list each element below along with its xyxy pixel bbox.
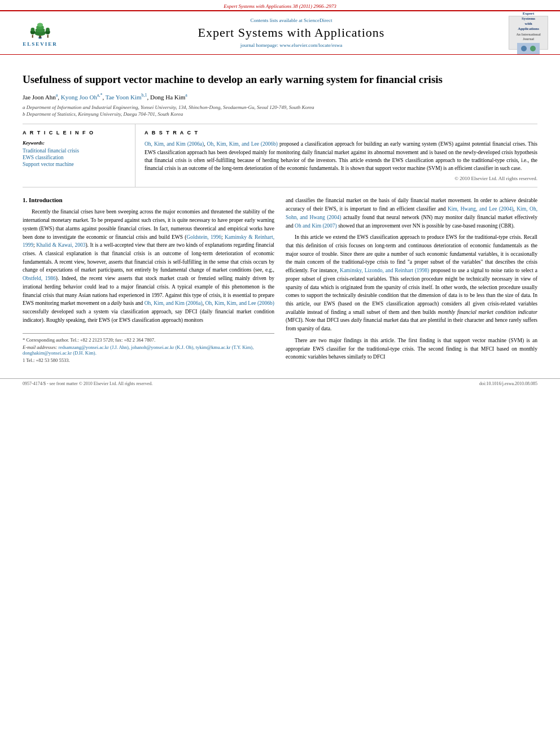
elsevier-tree-icon [26, 19, 54, 40]
author-tykim: Tae Yoon Kim [106, 93, 142, 100]
elsevier-logo-area: ELSEVIER [9, 18, 77, 49]
footnote-corresponding: * Corresponding author. Tel.: +82 2 2123… [23, 337, 274, 343]
journal-top-bar: Expert Systems with Applications 38 (201… [0, 0, 560, 10]
ref-kim-hwang-lee: Kim, Hwang, and Lee (2004) [448, 206, 513, 212]
article-meta-section: A R T I C L E I N F O Keywords: Traditio… [23, 124, 537, 187]
journal-title: Expert Systems with Applications [82, 25, 500, 40]
article-info-panel: A R T I C L E I N F O Keywords: Traditio… [23, 124, 135, 187]
footer-bar: 0957-4174/$ - see front matter © 2010 El… [0, 378, 560, 388]
svg-point-8 [31, 28, 35, 32]
copyright-notice: © 2010 Elsevier Ltd. All rights reserved… [145, 176, 537, 181]
svg-point-14 [530, 46, 536, 51]
ref-goldstein: Goldstein, 1996 [186, 234, 221, 240]
affiliations: a Department of Information and Industri… [23, 104, 537, 117]
abstract-ref2: Oh, Kim, Kim, and Lee (2006b) [207, 141, 278, 147]
journal-cover-area: ExpertSystemswithApplications An Interna… [506, 16, 551, 50]
right-para2: In this article we extend the EWS classi… [286, 233, 537, 333]
article-info-label: A R T I C L E I N F O [23, 130, 128, 136]
email-addresses: redsamzang@yonsei.ac.kr (J.J. Ahn), joha… [23, 344, 253, 356]
ref-obstfeld: Obstfeld, 1986 [23, 276, 56, 281]
footer-doi: doi:10.1016/j.eswa.2010.08.085 [479, 381, 537, 386]
svg-rect-9 [47, 35, 49, 38]
abstract-text: Oh, Kim, and Kim (2006a), Oh, Kim, Kim, … [145, 140, 537, 172]
svg-rect-6 [32, 35, 33, 38]
main-content: Usefulness of support vector machine to … [0, 55, 560, 374]
intro-text-left: Recently the financial crises have been … [23, 208, 274, 324]
keyword-2: EWS classification [23, 155, 128, 160]
footnote-1: 1 Tel.: +82 53 580 5533. [23, 357, 274, 363]
abstract-panel: A B S T R A C T Oh, Kim, and Kim (2006a)… [135, 124, 537, 187]
body-columns: 1. Introduction Recently the financial c… [23, 196, 537, 365]
journal-cover-thumbnail: ExpertSystemswithApplications An Interna… [509, 16, 548, 50]
article-title: Usefulness of support vector machine to … [23, 73, 537, 87]
keywords-title: Keywords: [23, 140, 128, 146]
ref-khalid-kawai: Khalid & Kawai, 2003 [36, 242, 85, 248]
intro-heading: 1. Introduction [23, 196, 274, 203]
journal-citation: Expert Systems with Applications 38 (201… [224, 3, 336, 9]
intro-text-right: and classifies the financial market on t… [286, 196, 537, 361]
journal-header: ELSEVIER Contents lists available at Sci… [0, 10, 560, 55]
author-jjahn: Jae Joon Ahn [23, 93, 56, 100]
svg-rect-12 [517, 43, 540, 54]
ref-oh-kim-2006a: Oh, Kim, and Kim (2006a) [145, 300, 203, 306]
svg-point-13 [521, 46, 527, 51]
ref-oh-kim-2007: Oh and Kim (2007) [295, 223, 337, 229]
ref-kaminsky-lizondo: Kaminsky, Lizondo, and Reinhart (1998) [340, 268, 429, 273]
svg-point-5 [37, 23, 43, 27]
elsevier-wordmark: ELSEVIER [23, 41, 58, 47]
author-kjoh: Kyong Joo Oh [61, 93, 97, 100]
right-para1: and classifies the financial market on t… [286, 196, 537, 230]
intro-para1: Recently the financial crises have been … [23, 208, 274, 324]
abstract-ref1: Oh, Kim, and Kim (2006a) [145, 141, 204, 147]
affiliation-a: a Department of Information and Industri… [23, 104, 537, 110]
keyword-3: Support vector machine [23, 161, 128, 167]
author-dhkim: Dong Ha Kim [150, 93, 185, 100]
journal-homepage: journal homepage: www.elsevier.com/locat… [82, 42, 500, 48]
elsevier-logo: ELSEVIER [9, 18, 71, 49]
svg-point-11 [46, 28, 50, 32]
journal-title-area: Contents lists available at ScienceDirec… [82, 18, 500, 48]
sciencedirect-label: Contents lists available at ScienceDirec… [82, 18, 500, 23]
ref-oh-kim-2006b: Oh, Kim, Kim, and Lee (2006b) [205, 300, 275, 306]
authors-line: Jae Joon Ahna, Kyong Joo Oha,*, Tae Yoon… [23, 93, 537, 101]
footnotes: * Corresponding author. Tel.: +82 2 2123… [23, 333, 274, 363]
email-label: E-mail addresses: [23, 344, 57, 350]
affiliation-b: b Department of Statistics, Keimyung Uni… [23, 111, 537, 117]
left-column: 1. Introduction Recently the financial c… [23, 196, 274, 365]
footer-issn: 0957-4174/$ - see front matter © 2010 El… [23, 381, 152, 386]
right-column: and classifies the financial market on t… [286, 196, 537, 365]
sciencedirect-link-text[interactable]: ScienceDirect [304, 18, 332, 23]
right-para3: There are two major findings in this art… [286, 337, 537, 361]
footnote-emails: E-mail addresses: redsamzang@yonsei.ac.k… [23, 344, 274, 356]
keyword-1: Traditional financial crisis [23, 148, 128, 154]
abstract-label: A B S T R A C T [145, 130, 537, 136]
